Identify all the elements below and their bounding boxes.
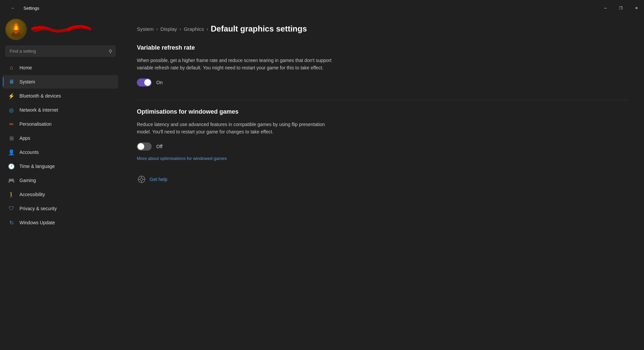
breadcrumb-display[interactable]: Display	[160, 26, 177, 32]
user-section	[0, 13, 121, 44]
get-help-link[interactable]: Get help	[150, 177, 167, 182]
breadcrumb-system[interactable]: System	[137, 26, 154, 32]
home-icon: ⌂	[8, 64, 15, 71]
titlebar: ← Settings ─ ❐ ✕	[0, 0, 644, 13]
avatar-icon	[9, 21, 23, 38]
username-decoration	[31, 24, 91, 34]
avatar	[5, 19, 27, 40]
sidebar-item-label: Personalisation	[19, 121, 52, 127]
sidebar-item-accounts[interactable]: 👤 Accounts	[3, 145, 118, 159]
bluetooth-icon: ⚡	[8, 93, 15, 99]
titlebar-title: Settings	[23, 6, 39, 11]
variable-refresh-rate-desc: When possible, get a higher frame rate a…	[137, 57, 338, 72]
minimize-button[interactable]: ─	[598, 3, 613, 13]
sidebar-item-label: Time & language	[19, 164, 55, 169]
accessibility-icon: 🚶	[8, 191, 15, 198]
system-icon: 🖥	[8, 78, 15, 85]
breadcrumb-graphics[interactable]: Graphics	[184, 26, 204, 32]
variable-refresh-rate-title: Variable refresh rate	[137, 44, 628, 51]
sidebar-item-label: System	[19, 79, 35, 84]
toggle-knob-2	[138, 143, 144, 150]
get-help-row: Get help	[137, 175, 628, 184]
windowed-games-section: Optimisations for windowed games Reduce …	[137, 108, 628, 161]
close-button[interactable]: ✕	[629, 3, 644, 13]
sidebar-item-label: Privacy & security	[19, 206, 57, 211]
sidebar-item-apps[interactable]: ⊞ Apps	[3, 131, 118, 145]
apps-icon: ⊞	[8, 135, 15, 141]
breadcrumb: System › Display › Graphics › Default gr…	[137, 24, 628, 34]
sidebar-item-network[interactable]: ◎ Network & internet	[3, 103, 118, 117]
sidebar-item-label: Bluetooth & devices	[19, 93, 61, 99]
time-icon: 🕐	[8, 163, 15, 170]
sidebar-item-label: Apps	[19, 135, 30, 141]
sidebar-item-label: Windows Update	[19, 220, 55, 225]
gaming-icon: 🎮	[8, 177, 15, 184]
variable-refresh-rate-toggle-label: On	[156, 80, 163, 85]
sidebar-item-bluetooth[interactable]: ⚡ Bluetooth & devices	[3, 89, 118, 103]
windowed-games-title: Optimisations for windowed games	[137, 108, 628, 115]
sidebar-item-home[interactable]: ⌂ Home	[3, 61, 118, 74]
sidebar-item-accessibility[interactable]: 🚶 Accessibility	[3, 188, 118, 201]
window-controls: ─ ❐ ✕	[598, 3, 644, 13]
sidebar-item-label: Home	[19, 65, 32, 70]
sidebar-item-personalisation[interactable]: ✏ Personalisation	[3, 117, 118, 131]
variable-refresh-rate-section: Variable refresh rate When possible, get…	[137, 44, 628, 86]
main-layout: ⚲ ⌂ Home 🖥 System ⚡ Bluetooth & devices …	[0, 13, 644, 350]
breadcrumb-sep-3: ›	[207, 26, 208, 32]
sidebar-item-system[interactable]: 🖥 System	[3, 75, 118, 89]
sidebar-item-label: Network & internet	[19, 107, 58, 113]
page-title: Default graphics settings	[211, 24, 307, 34]
search-box[interactable]: ⚲	[5, 46, 115, 57]
windowed-games-toggle-row: Off	[137, 142, 628, 151]
windowed-games-desc: Reduce latency and use advanced features…	[137, 121, 338, 136]
windowed-games-link[interactable]: More about optimisations for windowed ga…	[137, 156, 227, 161]
search-icon: ⚲	[109, 49, 112, 54]
personalisation-icon: ✏	[8, 121, 15, 127]
sidebar-item-time[interactable]: 🕐 Time & language	[3, 160, 118, 173]
content-area: System › Display › Graphics › Default gr…	[121, 13, 644, 350]
sidebar-item-label: Gaming	[19, 178, 36, 183]
accounts-icon: 👤	[8, 149, 15, 156]
network-icon: ◎	[8, 107, 15, 113]
privacy-icon: 🛡	[8, 205, 15, 212]
help-chat-icon	[138, 175, 146, 183]
windowed-games-toggle[interactable]	[137, 142, 152, 151]
svg-point-1	[14, 30, 18, 34]
svg-point-3	[140, 178, 143, 181]
sidebar-item-label: Accounts	[19, 150, 39, 155]
sidebar-item-label: Accessibility	[19, 192, 45, 197]
maximize-button[interactable]: ❐	[613, 3, 629, 13]
section-divider	[137, 100, 628, 100]
windowed-games-toggle-label: Off	[156, 144, 162, 149]
sidebar-item-privacy[interactable]: 🛡 Privacy & security	[3, 202, 118, 215]
sidebar-item-update[interactable]: ↻ Windows Update	[3, 216, 118, 229]
breadcrumb-sep-2: ›	[180, 26, 181, 32]
variable-refresh-rate-toggle[interactable]	[137, 78, 152, 86]
sidebar: ⚲ ⌂ Home 🖥 System ⚡ Bluetooth & devices …	[0, 13, 121, 350]
breadcrumb-sep-1: ›	[156, 26, 158, 32]
toggle-knob	[144, 79, 151, 86]
update-icon: ↻	[8, 219, 15, 226]
sidebar-item-gaming[interactable]: 🎮 Gaming	[3, 174, 118, 187]
search-input[interactable]	[5, 46, 115, 57]
back-button[interactable]: ←	[5, 3, 21, 13]
variable-refresh-rate-toggle-row: On	[137, 78, 628, 86]
avatar-image	[5, 19, 27, 40]
get-help-icon	[137, 175, 146, 184]
